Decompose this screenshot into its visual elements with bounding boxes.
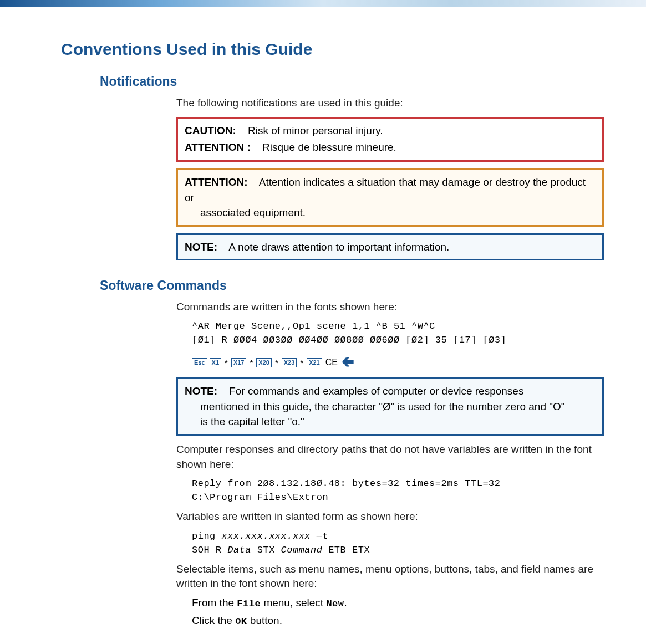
command-example-block: ^AR Merge Scene,,Op1 scene 1,1 ^B 51 ^W^… (192, 321, 604, 370)
section-title: Conventions Used in this Guide (61, 40, 604, 59)
command-line-1: ^AR Merge Scene,,Op1 scene 1,1 ^B 51 ^W^… (192, 321, 604, 331)
caution-line-en: CAUTION: Risk of minor personal injury. (185, 123, 596, 139)
caution-line-fr: ATTENTION : Risque de blessure mineure. (185, 140, 596, 155)
software-content: Commands are written in the fonts shown … (176, 301, 604, 627)
software-intro: Commands are written in the fonts shown … (176, 301, 604, 313)
software-heading: Software Commands (100, 278, 604, 293)
note2-text-1: For commands and examples of computer or… (229, 385, 523, 397)
key-x23: X23 (282, 358, 297, 367)
note-text-1: A note draws attention to important info… (228, 241, 449, 253)
key-x20: X20 (256, 358, 272, 367)
notifications-heading: Notifications (100, 74, 604, 89)
notifications-intro: The following notifications are used in … (176, 97, 604, 109)
ce-text: CE (324, 357, 338, 367)
caution-box: CAUTION: Risk of minor personal injury. … (176, 117, 604, 162)
variable-example-block: ping xxx.xxx.xxx.xxx —t SOH R Data STX C… (192, 531, 604, 555)
header-gradient-band (0, 0, 646, 7)
page-content: Conventions Used in this Guide Notificat… (0, 7, 646, 644)
response-example-block: Reply from 2Ø8.132.18Ø.48: bytes=32 time… (192, 478, 604, 503)
key-x1: X1 (210, 358, 221, 367)
attention-box: ATTENTION: Attention indicates a situati… (176, 168, 604, 227)
key-star-2: * (248, 358, 254, 367)
note-label-2: NOTE: (185, 385, 217, 397)
variable-line-1: ping xxx.xxx.xxx.xxx —t (192, 531, 604, 541)
caution-text-fr: Risque de blessure mineure. (262, 141, 396, 153)
responses-intro: Computer responses and directory paths t… (176, 442, 604, 472)
keycap-row: Esc X1 * X17 * X20 * X23 * X21 CE 🡰 (192, 355, 604, 370)
attention-fr-label: ATTENTION : (185, 141, 251, 153)
variables-intro: Variables are written in slanted form as… (176, 509, 604, 524)
response-line-2: C:\Program Files\Extron (192, 492, 604, 503)
caution-label: CAUTION: (185, 125, 236, 136)
note-box-2: NOTE: For commands and examples of compu… (176, 377, 604, 436)
variable-line-2: SOH R Data STX Command ETB ETX (192, 545, 604, 555)
selectable-intro: Selectable items, such as menu names, me… (176, 562, 604, 591)
attention-label: ATTENTION: (185, 176, 248, 188)
key-x21: X21 (307, 358, 322, 367)
key-star-3: * (274, 358, 279, 367)
attention-text-2: associated equipment. (185, 205, 596, 221)
arrow-left-icon: 🡰 (340, 355, 354, 370)
command-line-2: [Ø1] R ØØØ4 ØØ3ØØ ØØ4ØØ ØØ8ØØ ØØ6ØØ [Ø2]… (192, 335, 604, 345)
caution-text-en: Risk of minor personal injury. (248, 125, 383, 136)
notifications-content: The following notifications are used in … (176, 97, 604, 260)
key-esc: Esc (192, 358, 207, 367)
note2-text-3: is the capital letter "o." (185, 414, 596, 430)
response-line-1: Reply from 2Ø8.132.18Ø.48: bytes=32 time… (192, 478, 604, 489)
selectable-example-1: From the File menu, select New. (192, 597, 604, 609)
note-box-1: NOTE: A note draws attention to importan… (176, 233, 604, 261)
key-star-1: * (223, 358, 229, 367)
key-x17: X17 (231, 358, 247, 367)
note2-text-2: mentioned in this guide, the character "… (185, 399, 596, 415)
selectable-example-2: Click the OK button. (192, 615, 604, 627)
key-star-4: * (299, 358, 304, 367)
note-label-1: NOTE: (185, 241, 217, 253)
